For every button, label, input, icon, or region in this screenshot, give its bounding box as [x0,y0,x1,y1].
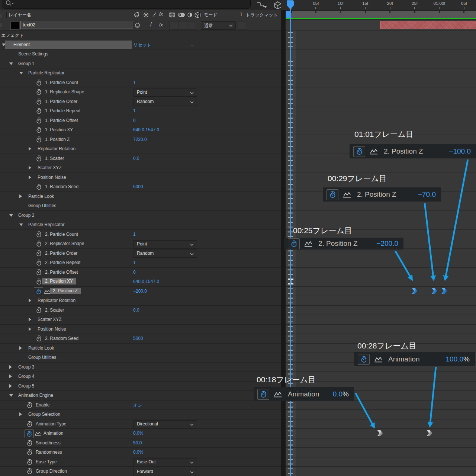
group-label[interactable]: Scene Settings [18,51,48,57]
layer-name-field[interactable] [20,21,133,29]
shy-icon[interactable] [133,12,140,18]
property-label[interactable]: Enable [36,402,49,408]
row-item[interactable]: エフェクト [0,30,476,40]
stopwatch-icon[interactable] [27,449,32,457]
track-matte-cell[interactable] [238,22,247,30]
group-label[interactable]: Replicator Rotation [38,298,75,303]
row-group-2[interactable]: Group 2 [0,210,476,220]
stopwatch-icon[interactable] [36,250,42,258]
twirl-closed-icon[interactable] [29,176,31,179]
graph-editor-icon[interactable] [44,289,50,295]
twirl-closed-icon[interactable] [9,384,12,388]
twirl-closed-icon[interactable] [29,166,31,170]
frame-blend-icon[interactable] [168,12,175,18]
group-label[interactable]: Particle Replicator [28,222,64,227]
group-label[interactable]: Group 5 [18,383,34,389]
time-ruler[interactable]: 00f05f10f15f20f25f01:00f05f [281,0,476,10]
stopwatch-icon[interactable] [36,184,42,191]
property-label[interactable]: Randomness [36,450,62,455]
property-value[interactable]: 0 [133,270,136,275]
twirl-closed-icon[interactable] [29,327,31,331]
property-value[interactable]: 0 [133,118,136,123]
stopwatch-icon[interactable] [27,421,32,428]
row-particle-replicator[interactable]: Particle Replicator [0,68,476,78]
work-area-start-handle[interactable] [286,11,290,18]
property-dropdown[interactable]: Random [133,250,197,258]
row-1-particle-count[interactable]: 1. Particle Count1 [0,78,476,87]
adjustment-layer-icon[interactable] [187,12,193,18]
effect-name[interactable]: Element [13,42,30,47]
effects-fx-icon[interactable]: fx [159,11,163,17]
row-group-direction[interactable]: Group DirectionForward [0,466,476,476]
group-label[interactable]: Group 4 [18,374,34,379]
property-label[interactable]: 2. Particle Count [45,232,78,237]
row-animation-engine[interactable]: Animation Engine [0,390,476,400]
property-value[interactable]: 640.0,1547.0 [133,127,159,132]
3d-layer-cube-icon[interactable] [194,12,201,18]
twirl-closed-icon[interactable] [19,346,22,350]
stopwatch-icon[interactable] [36,241,42,248]
group-label[interactable]: Group 2 [18,213,34,218]
row-animation-type[interactable]: Animation TypeDirectional [0,419,476,429]
property-label[interactable]: 2. Particle Order [45,251,77,256]
switch-cell[interactable] [178,22,187,30]
property-value[interactable]: 50.0 [133,440,142,446]
group-label[interactable]: Group Selection [28,412,60,417]
property-value[interactable]: 0.0 [133,156,139,161]
layer-duration-bar[interactable] [380,21,476,29]
row-animation[interactable]: Animation0.0% [0,428,476,438]
group-label[interactable]: Position Noise [38,327,66,332]
twirl-open-icon[interactable] [19,72,23,74]
blend-mode-dropdown[interactable]: 通常 [201,21,236,30]
stopwatch-icon[interactable] [36,136,42,144]
collapse-transformations-icon[interactable] [143,12,149,18]
property-value[interactable]: 1 [133,80,136,85]
row-2-position-z[interactable]: 2. Position Z−200.0 [0,286,476,296]
row-group-1[interactable]: Group 1 [0,59,476,68]
twirl-closed-icon[interactable] [9,374,12,378]
quality-icon[interactable] [151,12,157,18]
group-label[interactable]: Group 1 [18,61,34,66]
row-group-utilities[interactable]: Group Utilities [0,201,476,210]
property-label[interactable]: 1. Particle Repeat [45,108,80,113]
mini-flowchart-icon[interactable] [256,1,268,9]
switch-cell[interactable] [169,22,178,30]
group-label[interactable]: Animation Engine [18,393,53,398]
property-label[interactable]: 2. Replicator Shape [45,241,84,246]
property-label[interactable]: 2. Scatter [45,308,64,313]
property-value[interactable]: 1 [133,108,136,113]
row-randomness[interactable]: Randomness0.0% [0,447,476,457]
shy-toggle-icon[interactable] [134,22,141,29]
stopwatch-icon[interactable] [36,279,42,286]
row-2-particle-offset[interactable]: 2. Particle Offset0 [0,267,476,277]
motion-blur-icon[interactable] [177,12,185,18]
group-label[interactable]: Particle Look [28,194,54,199]
row-2-particle-repeat[interactable]: 2. Particle Repeat1 [0,258,476,267]
property-value[interactable]: 5000 [133,184,143,189]
row-replicator-rotation[interactable]: Replicator Rotation [0,296,476,305]
group-label[interactable]: Position Noise [38,175,66,180]
property-value[interactable]: 1 [133,232,136,237]
stopwatch-icon[interactable] [27,440,32,447]
property-label[interactable]: 2. Particle Offset [45,270,78,275]
layer-row[interactable]: / fx 通常 [0,20,281,30]
property-dropdown[interactable]: Ease-Out [133,458,197,466]
property-label[interactable]: 1. Particle Count [45,80,78,85]
property-dropdown[interactable]: Random [133,98,197,106]
group-label[interactable]: Group Utilities [28,203,56,208]
switch-cell[interactable] [187,22,196,30]
stopwatch-icon[interactable] [27,459,32,466]
property-value[interactable]: 640.0,1547.0 [133,279,159,284]
property-label[interactable]: 1. Scatter [45,156,64,161]
fx-toggle-icon[interactable]: fx [159,22,163,28]
row-smoothness[interactable]: Smoothness50.0 [0,438,476,448]
row-ease-type[interactable]: Ease TypeEase-Out [0,457,476,467]
twirl-closed-icon[interactable] [29,147,31,151]
twirl-closed-icon[interactable] [9,365,12,369]
stopwatch-icon[interactable] [36,80,42,87]
column-track-matte[interactable]: トラックマット [246,12,278,18]
group-label[interactable]: Replicator Rotation [38,146,75,151]
property-label[interactable]: Smoothness [36,440,61,446]
stopwatch-icon[interactable] [27,468,32,476]
row-1-replicator-shape[interactable]: 1. Replicator ShapePoint [0,87,476,97]
